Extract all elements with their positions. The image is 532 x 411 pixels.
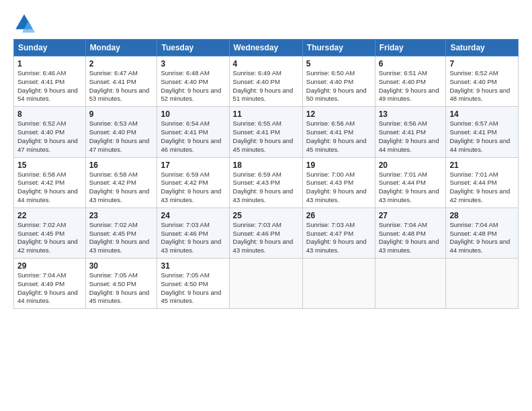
day-cell: 4Sunrise: 6:49 AMSunset: 4:40 PMDaylight…	[229, 56, 302, 107]
header-row: SundayMondayTuesdayWednesdayThursdayFrid…	[14, 40, 519, 56]
day-info: Sunrise: 7:01 AMSunset: 4:44 PMDaylight:…	[379, 171, 443, 205]
day-number: 8	[17, 109, 82, 119]
day-cell: 15Sunrise: 6:58 AMSunset: 4:42 PMDayligh…	[14, 157, 86, 208]
day-number: 4	[233, 59, 299, 68]
week-row-4: 22Sunrise: 7:02 AMSunset: 4:45 PMDayligh…	[14, 208, 519, 258]
day-info: Sunrise: 6:58 AMSunset: 4:42 PMDaylight:…	[89, 171, 154, 205]
day-cell: 24Sunrise: 7:03 AMSunset: 4:46 PMDayligh…	[157, 208, 229, 258]
calendar-body: 1Sunrise: 6:46 AMSunset: 4:41 PMDaylight…	[14, 56, 519, 309]
day-cell: 5Sunrise: 6:50 AMSunset: 4:40 PMDaylight…	[302, 56, 375, 107]
day-info: Sunrise: 6:46 AMSunset: 4:41 PMDaylight:…	[17, 69, 82, 103]
header-day-monday: Monday	[85, 40, 157, 56]
day-number: 28	[449, 211, 515, 220]
day-cell: 31Sunrise: 7:05 AMSunset: 4:50 PMDayligh…	[157, 259, 229, 309]
day-cell: 13Sunrise: 6:56 AMSunset: 4:41 PMDayligh…	[375, 107, 446, 157]
day-info: Sunrise: 6:56 AMSunset: 4:41 PMDaylight:…	[379, 120, 443, 154]
day-number: 23	[89, 211, 154, 220]
day-info: Sunrise: 6:52 AMSunset: 4:40 PMDaylight:…	[449, 69, 515, 103]
day-cell: 10Sunrise: 6:54 AMSunset: 4:41 PMDayligh…	[157, 107, 229, 157]
day-info: Sunrise: 6:53 AMSunset: 4:40 PMDaylight:…	[89, 120, 154, 154]
day-number: 6	[379, 59, 443, 68]
day-cell: 7Sunrise: 6:52 AMSunset: 4:40 PMDaylight…	[446, 56, 519, 107]
day-info: Sunrise: 7:03 AMSunset: 4:46 PMDaylight:…	[161, 221, 225, 255]
header	[13, 12, 519, 34]
day-info: Sunrise: 6:52 AMSunset: 4:40 PMDaylight:…	[17, 120, 82, 154]
day-info: Sunrise: 6:48 AMSunset: 4:40 PMDaylight:…	[161, 69, 225, 103]
day-cell: 11Sunrise: 6:55 AMSunset: 4:41 PMDayligh…	[229, 107, 302, 157]
day-cell: 17Sunrise: 6:59 AMSunset: 4:42 PMDayligh…	[157, 157, 229, 208]
page: SundayMondayTuesdayWednesdayThursdayFrid…	[0, 0, 532, 411]
calendar-header: SundayMondayTuesdayWednesdayThursdayFrid…	[14, 40, 519, 56]
day-info: Sunrise: 6:57 AMSunset: 4:41 PMDaylight:…	[449, 120, 515, 154]
day-cell: 22Sunrise: 7:02 AMSunset: 4:45 PMDayligh…	[14, 208, 86, 258]
day-cell: 12Sunrise: 6:56 AMSunset: 4:41 PMDayligh…	[302, 107, 375, 157]
day-cell: 9Sunrise: 6:53 AMSunset: 4:40 PMDaylight…	[85, 107, 157, 157]
day-number: 29	[17, 261, 82, 271]
day-number: 25	[233, 211, 299, 220]
header-day-sunday: Sunday	[14, 40, 86, 56]
day-number: 3	[161, 59, 225, 68]
day-number: 13	[379, 109, 443, 119]
day-number: 31	[161, 261, 225, 271]
header-day-tuesday: Tuesday	[157, 40, 229, 56]
logo-icon	[13, 12, 35, 34]
day-info: Sunrise: 6:54 AMSunset: 4:41 PMDaylight:…	[161, 120, 225, 154]
day-info: Sunrise: 7:03 AMSunset: 4:47 PMDaylight:…	[306, 221, 371, 255]
day-info: Sunrise: 7:02 AMSunset: 4:45 PMDaylight:…	[17, 221, 82, 255]
day-cell: 30Sunrise: 7:05 AMSunset: 4:50 PMDayligh…	[85, 259, 157, 309]
day-number: 26	[306, 211, 371, 220]
calendar-table: SundayMondayTuesdayWednesdayThursdayFrid…	[13, 39, 519, 309]
day-info: Sunrise: 6:51 AMSunset: 4:40 PMDaylight:…	[379, 69, 443, 103]
day-cell: 14Sunrise: 6:57 AMSunset: 4:41 PMDayligh…	[446, 107, 519, 157]
day-number: 17	[161, 161, 225, 170]
day-cell: 27Sunrise: 7:04 AMSunset: 4:48 PMDayligh…	[375, 208, 446, 258]
day-info: Sunrise: 7:04 AMSunset: 4:48 PMDaylight:…	[379, 221, 443, 255]
day-cell: 6Sunrise: 6:51 AMSunset: 4:40 PMDaylight…	[375, 56, 446, 107]
day-cell: 16Sunrise: 6:58 AMSunset: 4:42 PMDayligh…	[85, 157, 157, 208]
day-cell	[302, 259, 375, 309]
day-number: 7	[449, 59, 515, 68]
week-row-5: 29Sunrise: 7:04 AMSunset: 4:49 PMDayligh…	[14, 259, 519, 309]
day-info: Sunrise: 6:47 AMSunset: 4:41 PMDaylight:…	[89, 69, 154, 103]
day-cell: 1Sunrise: 6:46 AMSunset: 4:41 PMDaylight…	[14, 56, 86, 107]
day-cell: 3Sunrise: 6:48 AMSunset: 4:40 PMDaylight…	[157, 56, 229, 107]
day-cell: 23Sunrise: 7:02 AMSunset: 4:45 PMDayligh…	[85, 208, 157, 258]
day-number: 15	[17, 161, 82, 170]
day-number: 30	[89, 261, 154, 271]
day-cell: 2Sunrise: 6:47 AMSunset: 4:41 PMDaylight…	[85, 56, 157, 107]
day-number: 20	[379, 161, 443, 170]
day-number: 5	[306, 59, 371, 68]
day-cell	[446, 259, 519, 309]
day-number: 14	[449, 109, 515, 119]
day-info: Sunrise: 6:58 AMSunset: 4:42 PMDaylight:…	[17, 171, 82, 205]
day-info: Sunrise: 7:05 AMSunset: 4:50 PMDaylight:…	[89, 271, 154, 306]
day-number: 24	[161, 211, 225, 220]
day-info: Sunrise: 6:56 AMSunset: 4:41 PMDaylight:…	[306, 120, 371, 154]
day-cell	[375, 259, 446, 309]
day-number: 1	[17, 59, 82, 68]
day-info: Sunrise: 6:49 AMSunset: 4:40 PMDaylight:…	[233, 69, 299, 103]
day-cell: 28Sunrise: 7:04 AMSunset: 4:48 PMDayligh…	[446, 208, 519, 258]
day-info: Sunrise: 7:04 AMSunset: 4:48 PMDaylight:…	[449, 221, 515, 255]
day-number: 16	[89, 161, 154, 170]
day-number: 2	[89, 59, 154, 68]
day-info: Sunrise: 7:04 AMSunset: 4:49 PMDaylight:…	[17, 271, 82, 306]
day-cell: 21Sunrise: 7:01 AMSunset: 4:44 PMDayligh…	[446, 157, 519, 208]
day-info: Sunrise: 7:01 AMSunset: 4:44 PMDaylight:…	[449, 171, 515, 205]
day-number: 10	[161, 109, 225, 119]
day-number: 9	[89, 109, 154, 119]
day-info: Sunrise: 6:59 AMSunset: 4:42 PMDaylight:…	[161, 171, 225, 205]
day-info: Sunrise: 7:03 AMSunset: 4:46 PMDaylight:…	[233, 221, 299, 255]
day-info: Sunrise: 7:00 AMSunset: 4:43 PMDaylight:…	[306, 171, 371, 205]
day-cell	[229, 259, 302, 309]
day-number: 11	[233, 109, 299, 119]
day-info: Sunrise: 6:50 AMSunset: 4:40 PMDaylight:…	[306, 69, 371, 103]
day-number: 19	[306, 161, 371, 170]
week-row-2: 8Sunrise: 6:52 AMSunset: 4:40 PMDaylight…	[14, 107, 519, 157]
logo	[13, 12, 38, 34]
header-day-saturday: Saturday	[446, 40, 519, 56]
day-cell: 25Sunrise: 7:03 AMSunset: 4:46 PMDayligh…	[229, 208, 302, 258]
day-cell: 26Sunrise: 7:03 AMSunset: 4:47 PMDayligh…	[302, 208, 375, 258]
day-cell: 18Sunrise: 6:59 AMSunset: 4:43 PMDayligh…	[229, 157, 302, 208]
day-cell: 29Sunrise: 7:04 AMSunset: 4:49 PMDayligh…	[14, 259, 86, 309]
